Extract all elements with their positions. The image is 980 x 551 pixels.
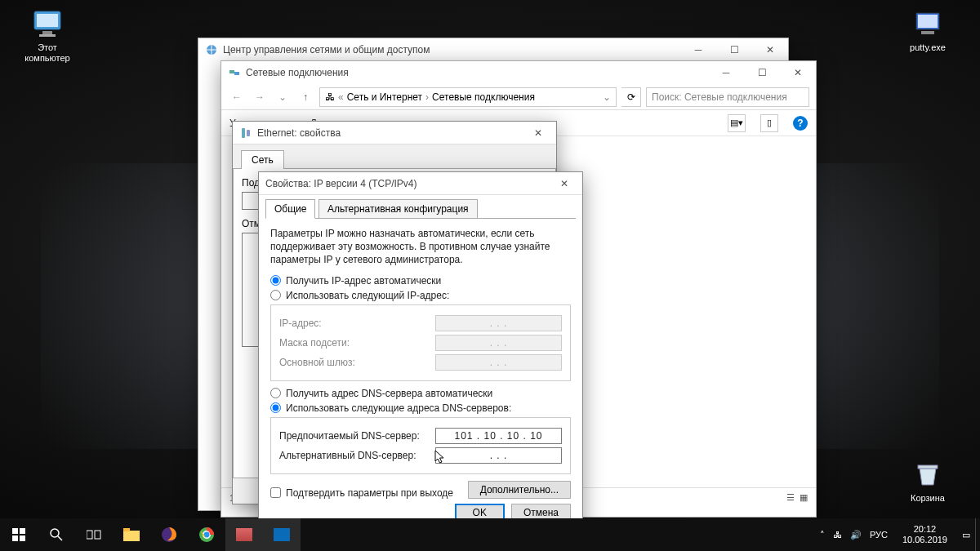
svg-rect-14 — [20, 528, 25, 534]
desktop-icon-recycle[interactable]: Корзина — [897, 457, 959, 504]
desktop-icon-computer[interactable]: Этот компьютер — [16, 7, 78, 64]
maximize-button[interactable]: ☐ — [716, 38, 752, 61]
preview-pane-button[interactable]: ▯ — [760, 114, 778, 132]
taskbar-explorer[interactable] — [113, 518, 150, 551]
minimize-button[interactable]: ─ — [680, 38, 716, 61]
validate-checkbox-row[interactable]: Подтвердить параметры при выходе — [270, 487, 453, 499]
tray-notifications-icon[interactable]: ▭ — [962, 530, 970, 540]
svg-rect-6 — [921, 31, 934, 34]
close-button[interactable]: ✕ — [752, 38, 788, 61]
view-button[interactable]: ▤▾ — [728, 114, 746, 132]
svg-rect-2 — [42, 31, 52, 34]
titlebar[interactable]: Сетевые подключения ─ ☐ ✕ — [221, 61, 816, 84]
svg-point-17 — [51, 529, 59, 537]
chevron-right-icon: › — [425, 91, 429, 103]
svg-rect-16 — [20, 535, 25, 541]
breadcrumb-item[interactable]: Сетевые подключения — [432, 91, 535, 103]
validate-checkbox[interactable] — [270, 487, 281, 498]
tray-network-icon[interactable]: 🖧 — [833, 530, 842, 540]
taskbar-app-settings[interactable] — [263, 518, 301, 551]
search-placeholder: Поиск: Сетевые подключения — [652, 91, 787, 103]
task-view-button[interactable] — [75, 518, 113, 551]
radio-label: Получить IP-адрес автоматически — [286, 275, 441, 287]
svg-rect-22 — [123, 528, 130, 531]
putty-icon — [911, 7, 944, 39]
svg-rect-21 — [123, 531, 140, 541]
nav-recent-button[interactable]: ⌄ — [274, 88, 292, 106]
network-icon — [228, 66, 241, 79]
taskbar-firefox[interactable] — [150, 518, 188, 551]
close-button[interactable]: ✕ — [780, 61, 816, 84]
address-bar-row: ← → ⌄ ↑ 🖧 « Сеть и Интернет › Сетевые по… — [221, 84, 816, 110]
svg-rect-12 — [247, 130, 250, 136]
desktop[interactable]: Этот компьютер putty.exe Корзина Центр у… — [0, 0, 980, 551]
window-title: Сетевые подключения — [246, 67, 708, 78]
close-button[interactable]: ✕ — [546, 172, 582, 194]
breadcrumb-item[interactable]: Сеть и Интернет — [347, 91, 422, 103]
tray-volume-icon[interactable]: 🔊 — [850, 530, 862, 540]
dns-alt-label: Альтернативный DNS-сервер: — [279, 450, 416, 461]
dns-fieldset: Предпочитаемый DNS-сервер:101 . 10 . 10 … — [270, 417, 571, 474]
help-button[interactable]: ? — [793, 116, 808, 131]
radio-label: Использовать следующие адреса DNS-сервер… — [286, 402, 511, 414]
taskbar-app-active[interactable] — [225, 518, 263, 551]
radio-ip-auto[interactable]: Получить IP-адрес автоматически — [270, 275, 571, 287]
ip-fieldset: IP-адрес:. . . Маска подсети:. . . Основ… — [270, 304, 571, 381]
refresh-button[interactable]: ⟳ — [621, 87, 641, 107]
tray-language[interactable]: РУС — [870, 530, 888, 540]
titlebar[interactable]: Ethernet: свойства ✕ — [233, 122, 556, 144]
advanced-button[interactable]: Дополнительно... — [468, 481, 571, 499]
gateway-label: Основной шлюз: — [279, 357, 355, 368]
clock-time: 20:12 — [902, 524, 947, 535]
radio-input[interactable] — [270, 275, 281, 286]
radio-ip-manual[interactable]: Использовать следующий IP-адрес: — [270, 290, 571, 301]
icons-view-icon[interactable]: ▦ — [800, 492, 808, 503]
dialog-ipv4-properties: Свойства: IP версии 4 (TCP/IPv4) ✕ Общие… — [258, 171, 583, 531]
taskbar[interactable]: ˄ 🖧 🔊 РУС 20:12 10.06.2019 ▭ — [0, 518, 980, 551]
taskbar-chrome[interactable] — [188, 518, 225, 551]
radio-input[interactable] — [270, 388, 281, 398]
nav-forward-button[interactable]: → — [251, 88, 269, 106]
chevron-down-icon[interactable]: ⌄ — [603, 91, 611, 103]
system-tray: ˄ 🖧 🔊 РУС 20:12 10.06.2019 ▭ — [815, 524, 975, 544]
tab-network[interactable]: Сеть — [241, 150, 284, 169]
titlebar[interactable]: Центр управления сетями и общим доступом… — [198, 38, 788, 61]
tab-general[interactable]: Общие — [265, 199, 315, 219]
titlebar[interactable]: Свойства: IP версии 4 (TCP/IPv4) ✕ — [259, 172, 582, 195]
radio-input[interactable] — [270, 290, 281, 300]
breadcrumb[interactable]: 🖧 « Сеть и Интернет › Сетевые подключени… — [319, 87, 617, 107]
svg-rect-19 — [87, 531, 92, 539]
dns-primary-input[interactable]: 101 . 10 . 10 . 10 — [435, 428, 562, 444]
clock-date: 10.06.2019 — [902, 535, 947, 545]
search-button[interactable] — [38, 518, 75, 551]
desktop-icon-putty[interactable]: putty.exe — [897, 7, 959, 53]
nav-up-button[interactable]: ↑ — [296, 88, 314, 106]
svg-rect-20 — [95, 531, 100, 539]
radio-dns-auto[interactable]: Получить адрес DNS-сервера автоматически — [270, 388, 571, 399]
recycle-bin-icon — [911, 457, 944, 490]
dns-primary-label: Предпочитаемый DNS-сервер: — [279, 430, 420, 442]
nav-back-button[interactable]: ← — [228, 88, 246, 106]
maximize-button[interactable]: ☐ — [744, 61, 780, 84]
desktop-icon-label: Корзина — [897, 493, 959, 504]
adapter-icon — [239, 127, 252, 140]
breadcrumb-sep: « — [338, 91, 344, 103]
close-button[interactable]: ✕ — [520, 122, 556, 144]
svg-line-18 — [58, 536, 62, 540]
app-icon — [236, 528, 252, 541]
radio-dns-manual[interactable]: Использовать следующие адреса DNS-сервер… — [270, 402, 571, 414]
network-center-icon — [205, 43, 218, 56]
window-title: Центр управления сетями и общим доступом — [223, 44, 680, 56]
svg-rect-5 — [918, 15, 938, 28]
start-button[interactable] — [0, 518, 38, 551]
tray-clock[interactable]: 20:12 10.06.2019 — [896, 524, 954, 544]
tray-chevron-up-icon[interactable]: ˄ — [820, 530, 825, 540]
details-view-icon[interactable]: ☰ — [786, 492, 795, 503]
dns-alt-input[interactable]: . . . — [435, 447, 562, 464]
minimize-button[interactable]: ─ — [708, 61, 744, 84]
search-input[interactable]: Поиск: Сетевые подключения — [646, 87, 809, 107]
tab-alternate[interactable]: Альтернативная конфигурация — [318, 199, 478, 219]
radio-input[interactable] — [270, 402, 281, 413]
svg-rect-15 — [12, 535, 18, 541]
show-desktop-button[interactable] — [975, 518, 980, 551]
